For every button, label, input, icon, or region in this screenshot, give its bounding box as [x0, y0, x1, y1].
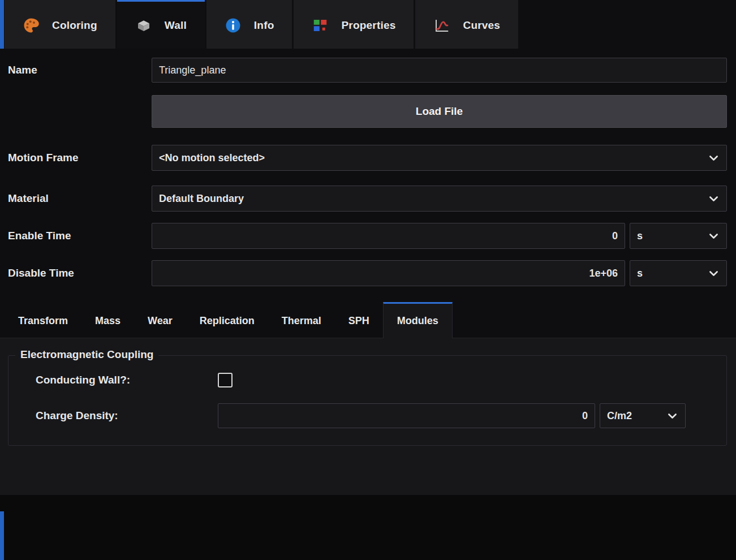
- tab-wall-label: Wall: [165, 19, 187, 32]
- chevron-down-icon: [668, 413, 677, 419]
- chevron-down-icon: [709, 270, 718, 277]
- palette-icon: [23, 17, 40, 34]
- motion-frame-dropdown[interactable]: <No motion selected>: [152, 145, 727, 171]
- enable-time-label: Enable Time: [8, 230, 152, 242]
- disable-time-unit-dropdown[interactable]: s: [630, 260, 727, 286]
- left-edge-accent-bottom: [0, 511, 4, 560]
- electromagnetic-coupling-group: Electromagnetic Coupling Conducting Wall…: [8, 355, 727, 446]
- tab-wear[interactable]: Wear: [134, 302, 186, 338]
- tab-info-label: Info: [254, 19, 274, 32]
- tab-transform[interactable]: Transform: [5, 302, 81, 338]
- group-title: Electromagnetic Coupling: [15, 348, 158, 361]
- info-icon: [225, 17, 242, 34]
- tab-coloring[interactable]: Coloring: [5, 0, 115, 49]
- chevron-down-icon: [709, 155, 718, 161]
- curves-icon: [433, 17, 450, 34]
- tab-mass[interactable]: Mass: [81, 302, 134, 338]
- tab-info[interactable]: Info: [206, 0, 292, 49]
- wall-form: Name Load File Motion Frame <No motion s…: [0, 58, 736, 286]
- name-label: Name: [8, 64, 152, 76]
- disable-time-input[interactable]: [152, 260, 625, 286]
- tab-properties[interactable]: Properties: [294, 0, 414, 49]
- wall-properties-panel: Coloring Wall Info: [0, 0, 736, 560]
- chevron-down-icon: [709, 233, 718, 239]
- motion-frame-value: <No motion selected>: [159, 152, 265, 164]
- tab-wall[interactable]: Wall: [117, 0, 205, 49]
- material-label: Material: [8, 192, 152, 205]
- enable-time-input[interactable]: [152, 223, 625, 249]
- tab-sph[interactable]: SPH: [335, 302, 383, 338]
- motion-frame-label: Motion Frame: [8, 152, 152, 164]
- tab-thermal[interactable]: Thermal: [268, 302, 335, 338]
- enable-time-unit-value: s: [637, 230, 643, 242]
- disable-time-unit-value: s: [637, 268, 643, 279]
- chevron-down-icon: [709, 196, 718, 202]
- charge-density-label: Charge Density:: [36, 410, 218, 422]
- disable-time-label: Disable Time: [8, 267, 152, 279]
- enable-time-unit-dropdown[interactable]: s: [630, 223, 727, 249]
- sub-tab-bar: Transform Mass Wear Replication Thermal …: [0, 302, 736, 338]
- panel-footer: [0, 495, 736, 560]
- conducting-wall-label: Conducting Wall?:: [36, 374, 218, 386]
- main-tab-bar: Coloring Wall Info: [0, 0, 736, 49]
- modules-panel: Electromagnetic Coupling Conducting Wall…: [0, 338, 736, 495]
- material-value: Default Boundary: [159, 193, 244, 205]
- properties-icon: [312, 17, 329, 34]
- load-file-button[interactable]: Load File: [152, 95, 727, 128]
- tab-curves[interactable]: Curves: [415, 0, 518, 49]
- charge-density-unit-value: C/m2: [607, 410, 632, 422]
- tab-modules[interactable]: Modules: [383, 302, 453, 338]
- charge-density-unit-dropdown[interactable]: C/m2: [600, 403, 686, 428]
- conducting-wall-checkbox[interactable]: [218, 373, 233, 387]
- tab-coloring-label: Coloring: [52, 19, 97, 32]
- charge-density-input[interactable]: [218, 403, 595, 428]
- wall-icon: [135, 17, 152, 34]
- tab-replication[interactable]: Replication: [186, 302, 268, 338]
- left-edge-accent-top: [0, 0, 4, 49]
- name-input[interactable]: [152, 58, 727, 83]
- tab-curves-label: Curves: [463, 19, 500, 32]
- tab-properties-label: Properties: [341, 19, 395, 32]
- material-dropdown[interactable]: Default Boundary: [152, 186, 727, 212]
